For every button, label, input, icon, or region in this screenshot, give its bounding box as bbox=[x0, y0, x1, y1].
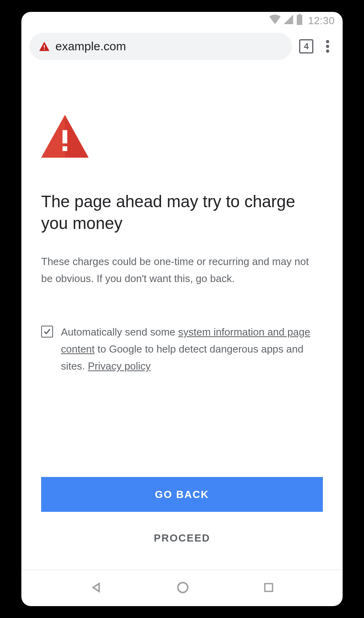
status-bar: 12:30 bbox=[21, 12, 343, 29]
tab-count: 4 bbox=[304, 41, 309, 52]
cellular-icon bbox=[283, 15, 294, 27]
svg-rect-5 bbox=[63, 130, 67, 143]
check-icon bbox=[43, 328, 51, 336]
proceed-button[interactable]: PROCEED bbox=[41, 526, 323, 550]
svg-rect-6 bbox=[63, 146, 67, 151]
warning-body: These charges could be one-time or recur… bbox=[41, 253, 323, 287]
nav-back-icon[interactable] bbox=[90, 582, 102, 595]
status-time: 12:30 bbox=[308, 15, 335, 27]
warning-small-icon bbox=[39, 41, 50, 52]
svg-point-2 bbox=[326, 40, 329, 43]
reporting-label: Automatically send some system informati… bbox=[61, 324, 323, 375]
tab-switcher-button[interactable]: 4 bbox=[299, 39, 313, 53]
svg-rect-1 bbox=[44, 49, 45, 50]
url-bar[interactable]: example.com bbox=[29, 33, 292, 60]
browser-toolbar: example.com 4 bbox=[21, 29, 343, 63]
warning-heading: The page ahead may try to charge you mon… bbox=[41, 191, 323, 234]
wifi-icon bbox=[269, 15, 281, 27]
system-nav-bar bbox=[21, 570, 343, 606]
svg-rect-8 bbox=[265, 584, 273, 591]
nav-recents-icon[interactable] bbox=[264, 582, 274, 594]
reporting-checkbox-row: Automatically send some system informati… bbox=[41, 324, 323, 375]
privacy-policy-link[interactable]: Privacy policy bbox=[88, 360, 151, 372]
go-back-button[interactable]: GO BACK bbox=[41, 477, 323, 512]
svg-point-7 bbox=[178, 582, 188, 592]
overflow-menu-button[interactable] bbox=[320, 39, 335, 53]
battery-icon bbox=[296, 14, 303, 28]
interstitial-content: The page ahead may try to charge you mon… bbox=[21, 63, 343, 570]
svg-point-4 bbox=[326, 50, 329, 53]
svg-rect-0 bbox=[44, 45, 45, 48]
reporting-checkbox[interactable] bbox=[41, 326, 53, 338]
svg-point-3 bbox=[326, 45, 329, 48]
nav-home-icon[interactable] bbox=[177, 582, 189, 595]
current-url: example.com bbox=[55, 40, 126, 53]
warning-large-icon bbox=[41, 115, 323, 159]
